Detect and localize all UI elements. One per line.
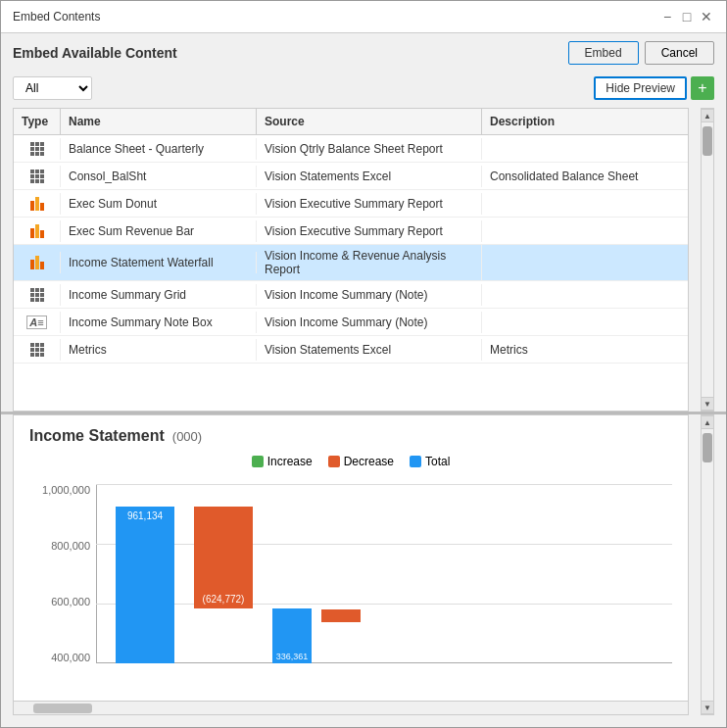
bar-decrease-1: (624,772) [194,507,253,608]
preview-scrollbar-thumb[interactable] [703,433,712,462]
col-source: Source [257,109,482,134]
row-type-icon [14,252,61,273]
legend-decrease-dot [328,456,340,467]
bar-total-1: 961,134 [116,507,174,663]
table-row[interactable]: Exec Sum Donut Vision Executive Summary … [14,190,688,218]
row-desc: Metrics [482,339,688,361]
hide-preview-button[interactable]: Hide Preview [594,76,687,100]
scrollbar-thumb[interactable] [703,126,712,156]
row-name: Income Summary Note Box [61,312,257,333]
row-name: Income Statement Waterfall [61,252,257,273]
legend-item-total: Total [410,455,450,468]
table-body: Balance Sheet - Quarterly Vision Qtrly B… [14,135,688,411]
bar-label-1: 961,134 [127,507,163,521]
embed-button[interactable]: Embed [568,41,639,65]
row-name: Income Summary Grid [61,284,257,306]
row-type-icon [14,220,61,242]
legend-decrease-label: Decrease [344,455,394,468]
y-axis-labels: 1,000,000 800,000 600,000 400,000 [29,484,96,663]
chart-axes [96,484,672,663]
row-source: Vision Income Summary (Note) [257,284,482,306]
top-section: Type Name Source Description [1,108,726,412]
grid-line-mid2 [96,604,672,605]
window-title: Embed Contents [13,10,100,24]
bar-decrease-2 [321,609,361,622]
table-row[interactable]: Exec Sum Revenue Bar Vision Executive Su… [14,218,688,245]
row-name: Metrics [61,339,257,361]
grid-line-mid1 [96,544,672,545]
preview-chart-subtitle: (000) [172,429,202,444]
row-name: Consol_BalSht [61,166,257,187]
row-name: Exec Sum Revenue Bar [61,220,257,242]
table-row[interactable]: Income Summary Grid Vision Income Summar… [14,281,688,309]
table-row[interactable]: Consol_BalSht Vision Statements Excel Co… [14,163,688,190]
scroll-down-button[interactable]: ▼ [701,397,714,411]
preview-scroll-down-button[interactable]: ▼ [701,701,714,714]
table-content: Type Name Source Description [1,108,701,412]
toolbar: Embed Available Content Embed Cancel [1,33,726,73]
table-row[interactable]: Balance Sheet - Quarterly Vision Qtrly B… [14,135,688,163]
grid-icon [30,343,44,357]
preview-title-area: Income Statement (000) [14,415,688,449]
y-label-3: 600,000 [29,596,90,607]
legend-increase-label: Increase [267,455,313,468]
chart-plot-area: 961,134 (624,772) 336,361 [96,484,672,663]
row-desc [482,318,688,326]
bar-total-2: 336,361 [272,608,312,663]
add-content-button[interactable]: + [691,76,714,100]
preview-scrollbar-track [701,429,714,701]
main-window: Embed Contents − □ ✕ Embed Available Con… [0,0,727,728]
table-row[interactable]: A≡ Income Summary Note Box Vision Income… [14,309,688,336]
y-label-1: 1,000,000 [29,484,90,496]
col-type: Type [14,109,61,134]
row-type-icon [14,166,61,187]
bar-label-3: 336,361 [276,652,309,663]
row-type-icon [14,284,61,306]
bar-chart-icon [30,256,44,269]
filter-row: All Reports Charts Hide Preview + [1,73,726,108]
y-label-2: 800,000 [29,540,90,552]
row-source: Vision Income & Revenue Analysis Report [257,245,482,280]
horizontal-scrollbar [14,701,688,714]
legend-item-decrease: Decrease [328,455,394,468]
row-desc [482,145,688,153]
row-source: Vision Income Summary (Note) [257,312,482,333]
cancel-button[interactable]: Cancel [645,41,714,65]
grid-line-top [96,484,672,485]
filter-select[interactable]: All Reports Charts [13,76,92,100]
row-type-icon [14,193,61,215]
preview-chart-title: Income Statement [29,427,165,445]
col-description: Description [482,109,688,134]
table-header: Type Name Source Description [14,109,688,135]
title-bar: Embed Contents − □ ✕ [1,1,726,33]
preview-scroll-up-button[interactable]: ▲ [701,415,714,429]
table-scroll-container: Type Name Source Description [1,108,726,412]
minimize-button[interactable]: − [659,9,675,24]
row-name: Exec Sum Donut [61,193,257,215]
chart-legend: Increase Decrease Total [14,449,688,474]
row-source: Vision Qtrly Balance Sheet Report [257,138,482,160]
horizontal-scrollbar-thumb[interactable] [33,704,92,713]
table-row[interactable]: Metrics Vision Statements Excel Metrics [14,336,688,364]
table-row[interactable]: Income Statement Waterfall Vision Income… [14,245,688,281]
window-content: Embed Available Content Embed Cancel All… [1,33,726,727]
preview-content: Income Statement (000) Increase [1,414,701,727]
row-type-icon: A≡ [14,312,61,333]
embed-available-content-label: Embed Available Content [13,45,177,61]
bar-chart-icon [30,224,44,238]
legend-item-increase: Increase [252,455,313,468]
chart-container: 1,000,000 800,000 600,000 400,000 [29,474,672,693]
toolbar-right: Embed Cancel [568,41,714,65]
scroll-up-button[interactable]: ▲ [701,109,714,122]
text-icon: A≡ [26,315,46,329]
row-desc [482,200,688,208]
bar-chart-icon [30,197,44,211]
y-label-4: 400,000 [29,652,90,663]
close-button[interactable]: ✕ [699,9,714,24]
row-type-icon [14,339,61,361]
legend-total-dot [410,456,421,467]
maximize-button[interactable]: □ [679,9,695,24]
row-source: Vision Executive Summary Report [257,193,482,215]
row-name: Balance Sheet - Quarterly [61,138,257,160]
grid-icon [30,142,44,156]
